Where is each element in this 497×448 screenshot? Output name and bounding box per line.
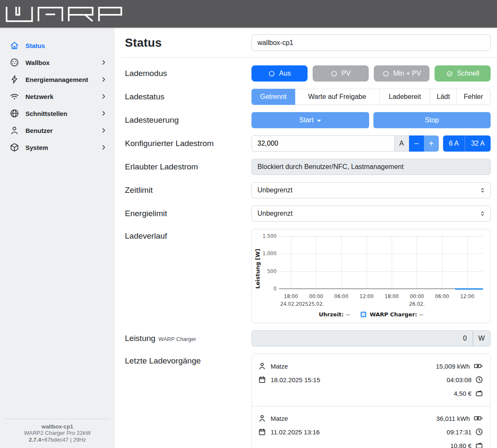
chevron-right-icon [100,59,107,66]
status-segment-warte-auf-freigabe: Warte auf Freigabe [295,89,380,105]
entry-datetime: 11.02.2025 13:16 [271,428,320,436]
lademodus-label: Lademodus [125,69,251,78]
calendar-icon [258,375,266,384]
ladeverlauf-label: Ladeverlauf [125,229,251,241]
energy-limit-select[interactable]: Unbegrenzt [251,206,491,222]
firmware-version: 2.7.4+67bdec47 | 29Hz [5,437,110,443]
user-icon [9,125,20,135]
power-value-field: 0 [251,330,473,347]
select-arrows-icon [479,187,486,194]
energielimit-label: Energielimit [125,209,251,218]
battery-charging-icon [473,362,483,370]
time-limit-select[interactable]: Unbegrenzt [251,182,491,198]
charge-mode-group: AusPVMin + PVSchnell [251,65,491,82]
person-icon [258,414,266,423]
wallet-icon [475,389,483,397]
bolt-icon [9,74,20,85]
chevron-right-icon [100,127,107,134]
increment-button[interactable]: + [424,135,439,152]
status-segment-ladebereit: Ladebereit [380,89,431,105]
sidebar-item-energiemanagement[interactable]: Energiemanagement [0,71,115,88]
sidebar-item-system[interactable]: System [0,139,115,156]
sidebar-item-benutzer[interactable]: Benutzer [0,122,115,139]
entry-duration: 09:17:31 [447,428,472,436]
mode-button-schnell[interactable]: Schnell [435,65,491,82]
chart-plot-area [279,236,483,289]
charge-log-card: Matze 18.02.2025 15:15 15,009 kWh 04:03:… [251,354,491,448]
sidebar-item-wallbox[interactable]: Wallbox [0,54,115,71]
legend-item[interactable]: WARP Charger:-- [361,311,423,318]
chart-date-labels: 24.02.202525.02.26.02. [279,301,483,307]
chart-series-line [455,288,483,290]
zeitlimit-label: Zeitlimit [125,186,251,195]
main-content: Status Lademodus AusPVMin + PVSchnell La… [115,28,497,448]
entry-user: Matze [271,363,288,370]
legend-checkbox-marker[interactable] [361,312,366,317]
ladestrom-label: Konfigurierter Ladestrom [125,139,251,148]
device-name: wallbox-cp1 [5,423,110,430]
status-segment-lädt: Lädt [430,89,456,105]
sidebar-item-label: Energiemanagement [25,76,88,83]
charge-status-group: GetrenntWarte auf FreigabeLadebereitLädt… [251,89,491,105]
chart-y-ticks: 1.5001.0005000 [261,236,277,289]
sidebar-footer: wallbox-cp1 WARP2 Charger Pro 22kW 2.7.4… [5,419,110,443]
preset-6a-button[interactable]: 6 A [443,135,465,152]
radio-circle-icon [382,70,390,77]
decrement-button[interactable]: − [409,135,424,152]
chart-x-axis [279,288,483,289]
sidebar-item-schnittstellen[interactable]: Schnittstellen [0,105,115,122]
radio-circle-icon [268,70,275,77]
leistung-sublabel: WARP Charger [158,336,196,342]
caret-down-icon [317,120,321,122]
erlaubter-label: Erlaubter Ladestrom [125,162,251,172]
chevron-right-icon [100,93,107,100]
warp-logo [3,5,125,23]
mode-button-min-pv[interactable]: Min + PV [374,65,430,82]
wifi-icon [9,91,20,101]
entry-cost: 10,80 € [450,442,472,448]
charge-current-input[interactable] [251,135,395,152]
allowed-current-field: Blockiert durch Benutzer/NFC, Lastmanage… [251,159,491,175]
page-title: Status [125,36,162,50]
status-segment-fehler: Fehler [457,89,491,105]
stop-button[interactable]: Stop [373,112,491,128]
calendar-icon [258,428,266,436]
ladestatus-label: Ladestatus [125,92,251,101]
chevron-right-icon [100,144,107,151]
mode-button-pv[interactable]: PV [313,65,369,82]
mode-button-aus[interactable]: Aus [251,65,308,82]
select-arrows-icon [479,210,486,217]
divider [121,57,497,58]
power-unit-label: W [473,330,491,347]
sidebar-item-label: Benutzer [25,127,53,134]
charge-log-entry: Matze 11.02.2025 13:16 36,011 kWh 09:17:… [252,406,490,448]
preset-32a-button[interactable]: 32 A [465,135,491,152]
sidebar-item-status[interactable]: Status [0,37,115,54]
chart-x-ticks: 18:0000:0006:0012:0018:0000:0006:0012:00 [279,293,483,300]
app-header [0,0,497,28]
entry-user: Matze [271,415,288,422]
chevron-right-icon [100,76,107,83]
hostname-input[interactable] [251,34,491,51]
status-segment-getrennt: Getrennt [251,89,295,105]
chart-legend: Uhrzeit:--WARP Charger:-- [252,311,490,318]
sidebar-item-label: Netzwerk [25,93,54,100]
entry-datetime: 18.02.2025 15:15 [271,376,320,383]
box-icon [9,142,20,152]
sidebar-item-label: Schnittstellen [25,110,67,117]
socket-icon [9,57,20,68]
sidebar-item-netzwerk[interactable]: Netzwerk [0,88,115,105]
entry-energy: 36,011 kWh [436,415,470,422]
ampere-unit-label: A [395,135,409,152]
clock-icon [475,428,483,436]
charge-log-entry: Matze 18.02.2025 15:15 15,009 kWh 04:03:… [252,354,490,406]
start-button[interactable]: Start [251,112,369,128]
sidebar-item-label: Wallbox [25,59,50,66]
battery-charging-icon [473,414,483,423]
leistung-label: LeistungWARP Charger [125,334,251,343]
sidebar-item-label: Status [25,42,45,49]
person-icon [258,362,266,370]
home-icon [9,40,20,51]
globe-icon [9,108,20,118]
device-model: WARP2 Charger Pro 22kW [5,430,110,436]
